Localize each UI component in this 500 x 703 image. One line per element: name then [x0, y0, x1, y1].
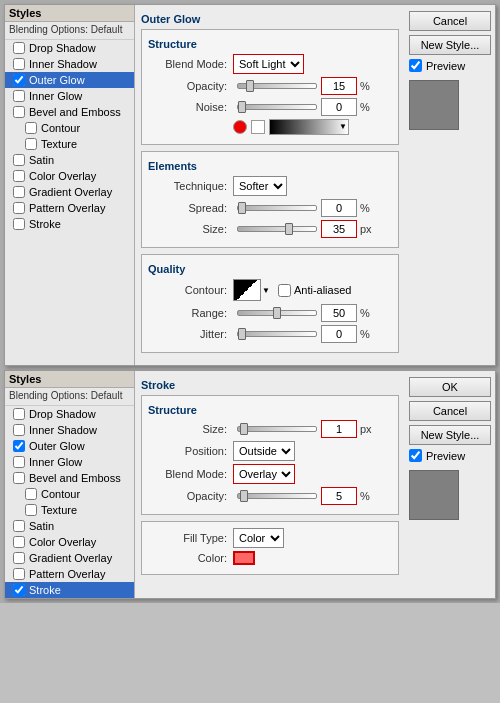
right-buttons-panel1: Cancel New Style... Preview [405, 5, 495, 365]
sidebar-item-satin-1[interactable]: Satin [5, 152, 134, 168]
position-select[interactable]: Outside [233, 441, 295, 461]
sidebar-item-pattern-overlay-2[interactable]: Pattern Overlay [5, 566, 134, 582]
fill-type-select[interactable]: Color [233, 528, 284, 548]
preview-checkbox-2[interactable] [409, 449, 422, 462]
cancel-button-1[interactable]: Cancel [409, 11, 491, 31]
sidebar-label-texture-2: Texture [41, 504, 77, 516]
sidebar-item-inner-glow-2[interactable]: Inner Glow [5, 454, 134, 470]
sidebar-item-drop-shadow-1[interactable]: Drop Shadow [5, 40, 134, 56]
sidebar-item-gradient-overlay-1[interactable]: Gradient Overlay [5, 184, 134, 200]
checkbox-satin-1[interactable] [13, 154, 25, 166]
stroke-size-input[interactable] [321, 420, 357, 438]
checkbox-inner-glow-2[interactable] [13, 456, 25, 468]
checkbox-outer-glow-1[interactable] [13, 74, 25, 86]
new-style-button-2[interactable]: New Style... [409, 425, 491, 445]
sidebar-label-outer-glow-2: Outer Glow [29, 440, 85, 452]
section-header-stroke: Stroke [141, 379, 399, 391]
sidebar-item-stroke-1[interactable]: Stroke [5, 216, 134, 232]
size-row: Size: px [148, 220, 392, 238]
sidebar-label-bevel-emboss-2: Bevel and Emboss [29, 472, 121, 484]
sidebar-item-contour-2[interactable]: Contour [5, 486, 134, 502]
technique-select[interactable]: Softer [233, 176, 287, 196]
size-slider[interactable] [237, 226, 317, 232]
sidebar-item-texture-2[interactable]: Texture [5, 502, 134, 518]
range-slider[interactable] [237, 310, 317, 316]
contour-preview[interactable] [233, 279, 261, 301]
technique-row: Technique: Softer [148, 176, 392, 196]
checkbox-drop-shadow-1[interactable] [13, 42, 25, 54]
checkbox-bevel-emboss-1[interactable] [13, 106, 25, 118]
checkbox-color-overlay-1[interactable] [13, 170, 25, 182]
sidebar-item-inner-shadow-2[interactable]: Inner Shadow [5, 422, 134, 438]
size-input[interactable] [321, 220, 357, 238]
sidebar-item-inner-glow-1[interactable]: Inner Glow [5, 88, 134, 104]
size-unit: px [360, 223, 372, 235]
stroke-size-label: Size: [148, 423, 233, 435]
sidebar-title-1: Styles [5, 5, 134, 22]
checkbox-texture-2[interactable] [25, 504, 37, 516]
checkbox-stroke-1[interactable] [13, 218, 25, 230]
stroke-size-slider[interactable] [237, 426, 317, 432]
sidebar-item-bevel-emboss-1[interactable]: Bevel and Emboss [5, 104, 134, 120]
opacity-input[interactable] [321, 77, 357, 95]
checkbox-inner-shadow-2[interactable] [13, 424, 25, 436]
ok-button-2[interactable]: OK [409, 377, 491, 397]
dialog-outer-glow: Styles Blending Options: Default Drop Sh… [4, 4, 496, 366]
checkbox-contour-1[interactable] [25, 122, 37, 134]
sidebar-item-outer-glow-1[interactable]: Outer Glow [5, 72, 134, 88]
sidebar-item-satin-2[interactable]: Satin [5, 518, 134, 534]
checkbox-outer-glow-2[interactable] [13, 440, 25, 452]
checkbox-texture-1[interactable] [25, 138, 37, 150]
sidebar-item-inner-shadow-1[interactable]: Inner Shadow [5, 56, 134, 72]
noise-input[interactable] [321, 98, 357, 116]
stroke-structure-section: Structure Size: px Position: Outside [141, 395, 399, 515]
sidebar-item-texture-1[interactable]: Texture [5, 136, 134, 152]
checkbox-bevel-emboss-2[interactable] [13, 472, 25, 484]
contour-dropdown-arrow[interactable]: ▼ [262, 286, 270, 295]
noise-slider[interactable] [237, 104, 317, 110]
checkbox-pattern-overlay-1[interactable] [13, 202, 25, 214]
checkbox-color-overlay-2[interactable] [13, 536, 25, 548]
sidebar-item-gradient-overlay-2[interactable]: Gradient Overlay [5, 550, 134, 566]
spread-slider[interactable] [237, 205, 317, 211]
color-circle[interactable] [233, 120, 247, 134]
new-style-button-1[interactable]: New Style... [409, 35, 491, 55]
opacity-slider[interactable] [237, 83, 317, 89]
checkbox-pattern-overlay-2[interactable] [13, 568, 25, 580]
main-content-panel2: Stroke Structure Size: px Position: Outs… [135, 371, 405, 598]
checkbox-gradient-overlay-2[interactable] [13, 552, 25, 564]
sidebar-item-color-overlay-2[interactable]: Color Overlay [5, 534, 134, 550]
range-input[interactable] [321, 304, 357, 322]
checkbox-gradient-overlay-1[interactable] [13, 186, 25, 198]
stroke-opacity-slider[interactable] [237, 493, 317, 499]
jitter-slider[interactable] [237, 331, 317, 337]
sidebar-item-drop-shadow-2[interactable]: Drop Shadow [5, 406, 134, 422]
sidebar-item-contour-1[interactable]: Contour [5, 120, 134, 136]
sidebar-item-bevel-emboss-2[interactable]: Bevel and Emboss [5, 470, 134, 486]
sidebar-item-stroke-2[interactable]: Stroke [5, 582, 134, 598]
opacity-unit: % [360, 80, 370, 92]
cancel-button-2[interactable]: Cancel [409, 401, 491, 421]
checkbox-satin-2[interactable] [13, 520, 25, 532]
jitter-row: Jitter: % [148, 325, 392, 343]
stroke-blend-mode-select[interactable]: Overlay [233, 464, 295, 484]
gradient-arrow: ▼ [339, 122, 347, 131]
jitter-input[interactable] [321, 325, 357, 343]
sidebar-item-outer-glow-2[interactable]: Outer Glow [5, 438, 134, 454]
stroke-opacity-input[interactable] [321, 487, 357, 505]
checkbox-drop-shadow-2[interactable] [13, 408, 25, 420]
fill-color-label: Color: [148, 552, 233, 564]
preview-checkbox-1[interactable] [409, 59, 422, 72]
checkbox-inner-shadow-1[interactable] [13, 58, 25, 70]
sidebar-item-color-overlay-1[interactable]: Color Overlay [5, 168, 134, 184]
checkbox-inner-glow-1[interactable] [13, 90, 25, 102]
checkbox-stroke-2[interactable] [13, 584, 25, 596]
gradient-preview[interactable]: ▼ [269, 119, 349, 135]
anti-aliased-checkbox[interactable] [278, 284, 291, 297]
fill-color-swatch[interactable] [233, 551, 255, 565]
blend-mode-select[interactable]: Soft Light [233, 54, 304, 74]
spread-input[interactable] [321, 199, 357, 217]
color-rect[interactable] [251, 120, 265, 134]
sidebar-item-pattern-overlay-1[interactable]: Pattern Overlay [5, 200, 134, 216]
checkbox-contour-2[interactable] [25, 488, 37, 500]
